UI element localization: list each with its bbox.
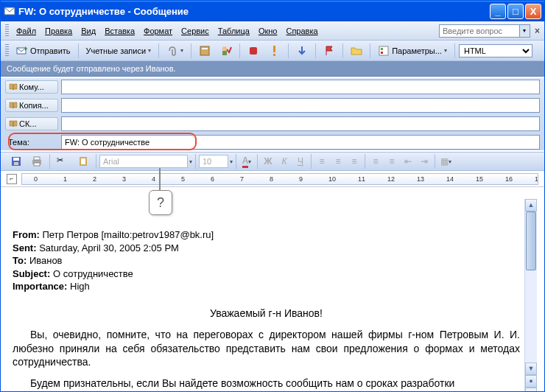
close-button[interactable]: X [525, 4, 541, 19]
tab-selector[interactable]: ⌐ [7, 174, 17, 184]
svg-rect-11 [381, 52, 383, 54]
scroll-down-button[interactable]: ▼ [525, 363, 537, 375]
menu-window[interactable]: Окно [254, 24, 282, 38]
scroll-thumb[interactable] [526, 211, 536, 270]
book-icon [9, 83, 18, 91]
cc-input[interactable] [61, 98, 540, 113]
exclamation-icon [269, 45, 281, 57]
accounts-button[interactable]: Учетные записи ▾ [82, 44, 155, 57]
check-names-button[interactable] [217, 43, 236, 59]
bulleted-list-button[interactable]: ≡ [384, 154, 399, 169]
greeting: Уважаемый г-н Иванов! [13, 307, 520, 321]
font-color-button[interactable]: A▾ [239, 154, 254, 169]
menu-view[interactable]: Вид [77, 24, 100, 38]
folder-button[interactable] [347, 43, 366, 59]
clipboard-icon [77, 155, 89, 167]
options-dropdown-button[interactable]: Параметры...▾ [374, 43, 451, 59]
svg-rect-14 [14, 162, 18, 165]
importance-low-button[interactable] [292, 43, 312, 59]
main-toolbar: Отправить Учетные записи ▾ ▾ Параметры..… [1, 41, 544, 61]
subject-input[interactable] [61, 135, 540, 150]
browse-button[interactable]: ○ [525, 388, 537, 392]
send-button[interactable]: Отправить [13, 43, 74, 59]
scroll-up-button[interactable]: ▲ [525, 199, 537, 211]
svg-rect-7 [273, 46, 275, 52]
flag-button[interactable] [320, 43, 339, 59]
permission-icon [247, 45, 259, 57]
book-icon [199, 45, 211, 57]
svg-rect-9 [379, 46, 388, 55]
align-left-button[interactable]: ≡ [314, 154, 329, 169]
format-select[interactable]: HTML [459, 44, 532, 57]
italic-button[interactable]: К [277, 154, 292, 169]
arrow-down-icon [296, 45, 308, 57]
subject-label: Тема: [5, 136, 58, 148]
numbered-list-button[interactable]: ≡ [368, 154, 383, 169]
menu-tools[interactable]: Сервис [177, 24, 214, 38]
outdent-button[interactable]: ⇤ [401, 154, 415, 169]
vertical-scrollbar[interactable]: ▲ ▼ ● ○ ● [524, 199, 537, 392]
menu-help[interactable]: Справка [281, 24, 322, 38]
help-search-input[interactable] [439, 24, 520, 38]
ruler[interactable]: document.write(Array.from({length:18},(_… [21, 173, 538, 185]
save-button[interactable] [7, 153, 26, 169]
bold-button[interactable]: Ж [261, 154, 275, 169]
cc-button[interactable]: Копия... [5, 99, 58, 112]
message-body[interactable]: From: Петр Петров [mailto:petrov1987@bk.… [1, 187, 544, 392]
svg-rect-3 [202, 48, 208, 49]
options-icon [378, 45, 390, 57]
ruler-area: ⌐ document.write(Array.from({length:18},… [1, 171, 544, 187]
menu-file[interactable]: Файл [12, 24, 41, 38]
titlebar: FW: О сотрудничестве - Сообщение _ □ X [1, 1, 544, 21]
window-title: FW: О сотрудничестве - Сообщение [18, 6, 488, 17]
print-icon [31, 155, 43, 167]
paste-button[interactable] [74, 153, 93, 169]
help-dropdown-button[interactable]: ▾ [520, 24, 530, 38]
bcc-input[interactable] [61, 116, 540, 131]
svg-rect-19 [81, 158, 85, 164]
folder-icon [351, 45, 362, 57]
check-icon [220, 45, 232, 57]
menu-format[interactable]: Формат [139, 24, 177, 38]
send-label: Отправить [30, 46, 71, 55]
insert-button[interactable]: ▦▾ [438, 154, 453, 169]
svg-rect-17 [34, 163, 40, 166]
chevron-down-icon[interactable]: ▾ [189, 158, 192, 165]
options-label: Параметры... [392, 46, 442, 55]
book-icon [9, 102, 18, 109]
chevron-down-icon[interactable]: ▾ [230, 158, 233, 165]
cut-button[interactable]: ✂ [53, 153, 72, 169]
to-button[interactable]: Кому... [5, 80, 58, 94]
permission-button[interactable] [244, 43, 263, 59]
importance-high-button[interactable] [265, 43, 284, 59]
callout-annotation: ? [149, 168, 172, 215]
menu-insert[interactable]: Вставка [100, 24, 139, 38]
svg-rect-6 [250, 47, 257, 55]
to-input[interactable] [61, 80, 540, 94]
menu-table[interactable]: Таблица [214, 24, 254, 38]
page-up-button[interactable]: ● [525, 375, 537, 388]
paragraph: Будем признательны, если Вы найдете возм… [13, 377, 520, 391]
menubar: Файл Правка Вид Вставка Формат Сервис Та… [1, 21, 544, 41]
print-button[interactable] [27, 153, 46, 169]
bcc-button[interactable]: СК... [5, 117, 58, 130]
close-doc-button[interactable]: × [535, 26, 540, 36]
underline-button[interactable]: Ч [293, 154, 308, 169]
align-right-button[interactable]: ≡ [347, 154, 362, 169]
menu-edit[interactable]: Правка [41, 24, 77, 38]
grip-icon [5, 24, 9, 38]
flag-icon [323, 45, 335, 57]
attach-button[interactable]: ▾ [163, 43, 187, 59]
app-icon [4, 5, 15, 17]
font-size-select[interactable] [199, 155, 228, 168]
minimize-button[interactable]: _ [490, 4, 506, 19]
align-center-button[interactable]: ≡ [331, 154, 345, 169]
address-book-button[interactable] [195, 43, 214, 59]
maximize-button[interactable]: □ [507, 4, 524, 19]
format-toolbar: ✂ ▾ ▾ A▾ Ж К Ч ≡ ≡ ≡ ≡ ≡ ⇤ ⇥ ▦▾ [1, 152, 544, 171]
font-family-select[interactable] [99, 155, 188, 168]
header-fields: Кому... Копия... СК... Тема: [1, 78, 544, 150]
callout-box: ? [149, 190, 172, 215]
indent-button[interactable]: ⇥ [417, 154, 432, 169]
svg-rect-16 [34, 157, 40, 160]
